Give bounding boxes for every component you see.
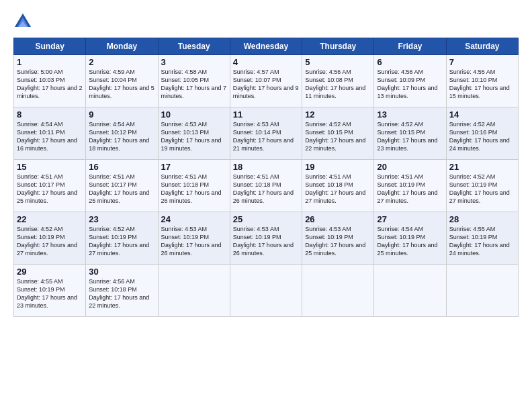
day-info: Sunrise: 4:55 AMSunset: 10:10 PMDaylight… [449, 68, 515, 101]
day-number: 30 [89, 267, 154, 277]
day-cell: 3Sunrise: 4:58 AMSunset: 10:05 PMDayligh… [158, 55, 230, 107]
day-cell: 7Sunrise: 4:55 AMSunset: 10:10 PMDayligh… [446, 55, 518, 107]
day-cell [158, 265, 230, 317]
day-cell: 2Sunrise: 4:59 AMSunset: 10:04 PMDayligh… [86, 55, 158, 107]
day-cell: 10Sunrise: 4:53 AMSunset: 10:13 PMDaylig… [158, 107, 230, 160]
day-number: 11 [233, 109, 299, 120]
day-cell: 18Sunrise: 4:51 AMSunset: 10:18 PMDaylig… [230, 160, 302, 212]
day-cell: 28Sunrise: 4:55 AMSunset: 10:19 PMDaylig… [446, 212, 518, 265]
day-number: 16 [89, 162, 154, 172]
col-header-wednesday: Wednesday [230, 38, 302, 55]
day-info: Sunrise: 4:52 AMSunset: 10:16 PMDaylight… [449, 120, 515, 153]
day-cell [374, 265, 446, 317]
day-cell: 27Sunrise: 4:54 AMSunset: 10:19 PMDaylig… [374, 212, 446, 265]
week-row-1: 1Sunrise: 5:00 AMSunset: 10:03 PMDayligh… [14, 55, 519, 107]
day-info: Sunrise: 4:52 AMSunset: 10:19 PMDaylight… [17, 225, 83, 258]
day-cell: 19Sunrise: 4:51 AMSunset: 10:18 PMDaylig… [302, 160, 374, 212]
day-info: Sunrise: 4:51 AMSunset: 10:19 PMDaylight… [377, 173, 443, 205]
day-cell: 4Sunrise: 4:57 AMSunset: 10:07 PMDayligh… [230, 55, 302, 107]
day-number: 22 [17, 214, 83, 224]
day-number: 4 [233, 57, 299, 67]
day-info: Sunrise: 4:51 AMSunset: 10:18 PMDaylight… [305, 173, 371, 205]
day-info: Sunrise: 4:53 AMSunset: 10:13 PMDaylight… [161, 120, 227, 153]
day-number: 12 [305, 109, 371, 120]
day-cell: 30Sunrise: 4:56 AMSunset: 10:18 PMDaylig… [86, 265, 158, 317]
week-row-2: 8Sunrise: 4:54 AMSunset: 10:11 PMDayligh… [14, 107, 519, 160]
day-number: 3 [161, 57, 227, 67]
day-info: Sunrise: 4:58 AMSunset: 10:05 PMDaylight… [161, 68, 227, 101]
day-info: Sunrise: 4:51 AMSunset: 10:18 PMDaylight… [161, 173, 227, 205]
day-cell: 26Sunrise: 4:53 AMSunset: 10:19 PMDaylig… [302, 212, 374, 265]
day-cell: 29Sunrise: 4:55 AMSunset: 10:19 PMDaylig… [14, 265, 86, 317]
day-number: 15 [17, 162, 83, 172]
day-info: Sunrise: 4:56 AMSunset: 10:18 PMDaylight… [89, 277, 154, 310]
day-info: Sunrise: 4:55 AMSunset: 10:19 PMDaylight… [449, 225, 515, 258]
day-number: 5 [305, 57, 371, 67]
day-info: Sunrise: 4:52 AMSunset: 10:15 PMDaylight… [305, 120, 371, 153]
day-cell: 15Sunrise: 4:51 AMSunset: 10:17 PMDaylig… [14, 160, 86, 212]
day-cell: 9Sunrise: 4:54 AMSunset: 10:12 PMDayligh… [86, 107, 158, 160]
day-info: Sunrise: 4:53 AMSunset: 10:19 PMDaylight… [305, 225, 371, 258]
day-number: 23 [89, 214, 154, 224]
day-number: 21 [449, 162, 515, 172]
day-cell: 16Sunrise: 4:51 AMSunset: 10:17 PMDaylig… [86, 160, 158, 212]
day-number: 18 [233, 162, 299, 172]
day-number: 6 [377, 57, 443, 67]
day-info: Sunrise: 4:54 AMSunset: 10:11 PMDaylight… [17, 120, 83, 153]
day-cell: 21Sunrise: 4:52 AMSunset: 10:19 PMDaylig… [446, 160, 518, 212]
day-cell: 12Sunrise: 4:52 AMSunset: 10:15 PMDaylig… [302, 107, 374, 160]
day-cell: 17Sunrise: 4:51 AMSunset: 10:18 PMDaylig… [158, 160, 230, 212]
header [13, 12, 519, 31]
col-header-sunday: Sunday [14, 38, 86, 55]
day-info: Sunrise: 4:51 AMSunset: 10:17 PMDaylight… [17, 173, 83, 205]
day-info: Sunrise: 4:51 AMSunset: 10:17 PMDaylight… [89, 173, 154, 205]
day-number: 8 [17, 109, 83, 120]
day-number: 14 [449, 109, 515, 120]
col-header-saturday: Saturday [446, 38, 518, 55]
day-cell: 24Sunrise: 4:53 AMSunset: 10:19 PMDaylig… [158, 212, 230, 265]
day-info: Sunrise: 4:54 AMSunset: 10:19 PMDaylight… [377, 225, 443, 258]
week-row-4: 22Sunrise: 4:52 AMSunset: 10:19 PMDaylig… [14, 212, 519, 265]
day-number: 29 [17, 267, 83, 277]
day-info: Sunrise: 4:53 AMSunset: 10:19 PMDaylight… [233, 225, 299, 258]
day-info: Sunrise: 4:52 AMSunset: 10:15 PMDaylight… [377, 120, 443, 153]
day-info: Sunrise: 4:55 AMSunset: 10:19 PMDaylight… [17, 277, 83, 310]
day-info: Sunrise: 4:52 AMSunset: 10:19 PMDaylight… [449, 173, 515, 205]
day-cell: 22Sunrise: 4:52 AMSunset: 10:19 PMDaylig… [14, 212, 86, 265]
day-number: 19 [305, 162, 371, 172]
day-number: 28 [449, 214, 515, 224]
day-info: Sunrise: 4:53 AMSunset: 10:19 PMDaylight… [161, 225, 227, 258]
col-header-friday: Friday [374, 38, 446, 55]
day-number: 20 [377, 162, 443, 172]
day-cell: 23Sunrise: 4:52 AMSunset: 10:19 PMDaylig… [86, 212, 158, 265]
day-cell: 20Sunrise: 4:51 AMSunset: 10:19 PMDaylig… [374, 160, 446, 212]
day-info: Sunrise: 5:00 AMSunset: 10:03 PMDaylight… [17, 68, 83, 101]
day-number: 17 [161, 162, 227, 172]
day-info: Sunrise: 4:52 AMSunset: 10:19 PMDaylight… [89, 225, 154, 258]
col-header-monday: Monday [86, 38, 158, 55]
day-cell: 6Sunrise: 4:56 AMSunset: 10:09 PMDayligh… [374, 55, 446, 107]
day-number: 7 [449, 57, 515, 67]
week-row-5: 29Sunrise: 4:55 AMSunset: 10:19 PMDaylig… [14, 265, 519, 317]
day-number: 24 [161, 214, 227, 224]
day-cell [230, 265, 302, 317]
col-header-thursday: Thursday [302, 38, 374, 55]
day-cell: 5Sunrise: 4:56 AMSunset: 10:08 PMDayligh… [302, 55, 374, 107]
day-number: 26 [305, 214, 371, 224]
day-cell: 11Sunrise: 4:53 AMSunset: 10:14 PMDaylig… [230, 107, 302, 160]
day-info: Sunrise: 4:54 AMSunset: 10:12 PMDaylight… [89, 120, 154, 153]
day-cell: 13Sunrise: 4:52 AMSunset: 10:15 PMDaylig… [374, 107, 446, 160]
day-number: 25 [233, 214, 299, 224]
day-cell [446, 265, 518, 317]
day-number: 1 [17, 57, 83, 67]
day-info: Sunrise: 4:56 AMSunset: 10:09 PMDaylight… [377, 68, 443, 101]
week-row-3: 15Sunrise: 4:51 AMSunset: 10:17 PMDaylig… [14, 160, 519, 212]
day-info: Sunrise: 4:51 AMSunset: 10:18 PMDaylight… [233, 173, 299, 205]
day-info: Sunrise: 4:57 AMSunset: 10:07 PMDaylight… [233, 68, 299, 101]
day-info: Sunrise: 4:53 AMSunset: 10:14 PMDaylight… [233, 120, 299, 153]
logo-icon [13, 12, 32, 31]
day-cell: 14Sunrise: 4:52 AMSunset: 10:16 PMDaylig… [446, 107, 518, 160]
day-cell: 8Sunrise: 4:54 AMSunset: 10:11 PMDayligh… [14, 107, 86, 160]
day-number: 10 [161, 109, 227, 120]
col-header-tuesday: Tuesday [158, 38, 230, 55]
